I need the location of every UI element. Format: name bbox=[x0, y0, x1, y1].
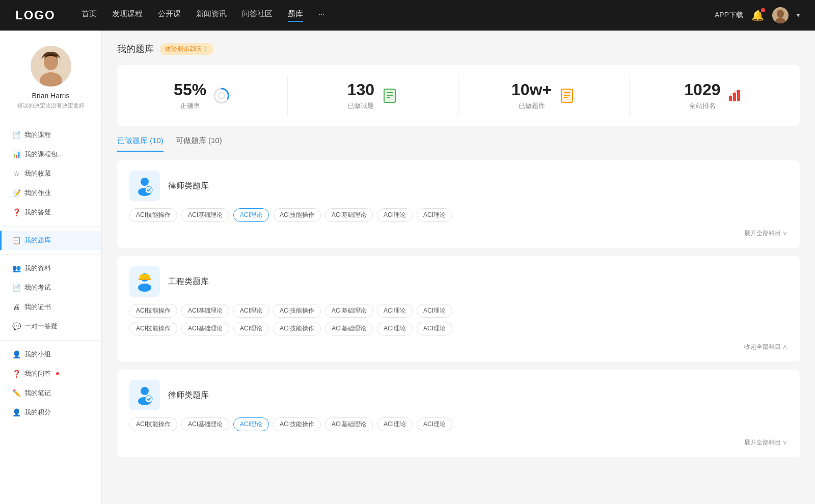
sidebar-item-questionbank[interactable]: 📋 我的题库 bbox=[0, 231, 101, 250]
tab-available[interactable]: 可做题库 (10) bbox=[176, 136, 222, 152]
notes-icon: ✏️ bbox=[12, 389, 20, 397]
tag-e-r2-2[interactable]: ACI理论 bbox=[233, 322, 269, 335]
tag-l2-0[interactable]: ACI技能操作 bbox=[129, 417, 177, 431]
sidebar-item-notes[interactable]: ✏️ 我的笔记 bbox=[0, 383, 101, 403]
nav-news[interactable]: 新闻资讯 bbox=[196, 9, 227, 22]
sidebar-label-profile: 我的资料 bbox=[24, 264, 51, 273]
user-avatar-nav[interactable] bbox=[772, 7, 789, 23]
bank-icon: 📋 bbox=[12, 236, 20, 244]
tag-l1-1[interactable]: ACI基础理论 bbox=[181, 208, 229, 222]
chat-icon: 💬 bbox=[12, 322, 20, 330]
logo[interactable]: LOGO bbox=[15, 8, 56, 22]
svg-point-21 bbox=[141, 178, 149, 186]
accuracy-label: 正确率 bbox=[174, 101, 206, 110]
lawyer-bank-icon-1 bbox=[129, 171, 160, 201]
sidebar-label-favorites: 我的收藏 bbox=[24, 169, 51, 178]
tag-l2-1[interactable]: ACI基础理论 bbox=[181, 417, 229, 431]
tag-l2-2[interactable]: ACI理论 bbox=[233, 417, 269, 431]
tag-l1-0[interactable]: ACI技能操作 bbox=[129, 208, 177, 222]
questions-label: 已做试题 bbox=[347, 101, 374, 110]
svg-point-1 bbox=[777, 10, 784, 18]
engineer-tags-row-2: ACI技能操作 ACI基础理论 ACI理论 ACI技能操作 ACI基础理论 AC… bbox=[129, 322, 787, 335]
tag-l1-6[interactable]: ACI理论 bbox=[417, 208, 452, 222]
sidebar-label-questionbank: 我的题库 bbox=[24, 236, 51, 245]
nav-home[interactable]: 首页 bbox=[82, 9, 97, 22]
tag-l2-3[interactable]: ACI技能操作 bbox=[273, 417, 321, 431]
avatar bbox=[31, 46, 71, 87]
sidebar-label-oneone: 一对一答疑 bbox=[24, 322, 58, 331]
tag-e-r2-0[interactable]: ACI技能操作 bbox=[129, 322, 177, 335]
app-download-btn[interactable]: APP下载 bbox=[715, 11, 743, 20]
notification-bell[interactable]: 🔔 bbox=[751, 9, 764, 21]
stats-bar: 55% 正确率 130 已做试题 bbox=[117, 65, 800, 126]
tag-l2-4[interactable]: ACI基础理论 bbox=[325, 417, 373, 431]
lawyer-tags-row-1: ACI技能操作 ACI基础理论 ACI理论 ACI技能操作 ACI基础理论 AC… bbox=[129, 208, 787, 222]
lawyer-bank-icon-2 bbox=[129, 380, 160, 410]
sidebar-item-group[interactable]: 👤 我的小组 bbox=[0, 345, 101, 364]
sidebar-item-oneone[interactable]: 💬 一对一答疑 bbox=[0, 317, 101, 336]
nav-qa[interactable]: 问答社区 bbox=[242, 9, 273, 22]
tag-l1-4[interactable]: ACI基础理论 bbox=[325, 208, 373, 222]
sidebar-label-qa: 我的答疑 bbox=[24, 208, 51, 217]
collapse-engineer[interactable]: 收起全部科目 ∧ bbox=[129, 340, 787, 351]
accuracy-value: 55% bbox=[174, 80, 206, 99]
tag-l1-2[interactable]: ACI理论 bbox=[233, 208, 269, 222]
bank-card-lawyer-2: 律师类题库 ACI技能操作 ACI基础理论 ACI理论 ACI技能操作 ACI基… bbox=[117, 370, 800, 457]
tag-e-r2-4[interactable]: ACI基础理论 bbox=[325, 322, 373, 335]
tag-l2-5[interactable]: ACI理论 bbox=[377, 417, 413, 431]
tag-e-r1-4[interactable]: ACI基础理论 bbox=[325, 304, 373, 318]
sidebar: Brian Harris 错误的决定比没有决定要好 📄 我的课程 📊 我的课程包… bbox=[0, 31, 102, 504]
nav-discover[interactable]: 发现课程 bbox=[112, 9, 143, 22]
sidebar-label-homework: 我的作业 bbox=[24, 188, 51, 198]
sidebar-item-exam[interactable]: 📄 我的考试 bbox=[0, 278, 101, 297]
bank-card-lawyer-1: 律师类题库 ACI技能操作 ACI基础理论 ACI理论 ACI技能操作 ACI基… bbox=[117, 160, 800, 248]
nav-more[interactable]: ··· bbox=[318, 9, 325, 22]
user-menu-chevron[interactable]: ▾ bbox=[797, 12, 800, 19]
page-title: 我的题库 bbox=[117, 43, 154, 55]
tag-e-r1-3[interactable]: ACI技能操作 bbox=[273, 304, 321, 318]
tag-l2-6[interactable]: ACI理论 bbox=[417, 417, 452, 431]
sidebar-item-courses[interactable]: 📄 我的课程 bbox=[0, 125, 101, 145]
sidebar-item-packages[interactable]: 📊 我的课程包... bbox=[0, 145, 101, 164]
points-icon: 👤 bbox=[12, 408, 20, 416]
expand-lawyer-1[interactable]: 展开全部科目 ∨ bbox=[129, 226, 787, 238]
tab-done[interactable]: 已做题库 (10) bbox=[117, 136, 164, 152]
banks-label: 已做题库 bbox=[511, 101, 552, 110]
tag-e-r2-3[interactable]: ACI技能操作 bbox=[273, 322, 321, 335]
rank-icon bbox=[726, 87, 745, 105]
engineer-tags-row-1: ACI技能操作 ACI基础理论 ACI理论 ACI技能操作 ACI基础理论 AC… bbox=[129, 304, 787, 318]
trial-badge: 体验剩余23天！ bbox=[160, 43, 213, 55]
stat-banks: 10w+ 已做题库 bbox=[459, 75, 630, 116]
tag-e-r2-1[interactable]: ACI基础理论 bbox=[181, 322, 229, 335]
banks-value: 10w+ bbox=[511, 80, 552, 99]
sidebar-item-profile[interactable]: 👥 我的资料 bbox=[0, 259, 101, 278]
tag-e-r2-6[interactable]: ACI理论 bbox=[417, 322, 452, 335]
tag-e-r1-6[interactable]: ACI理论 bbox=[417, 304, 452, 318]
sidebar-item-certificate[interactable]: 🖨 我的证书 bbox=[0, 297, 101, 317]
rank-value: 1029 bbox=[684, 80, 720, 99]
sidebar-label-packages: 我的课程包... bbox=[24, 150, 63, 159]
tag-l1-3[interactable]: ACI技能操作 bbox=[273, 208, 321, 222]
sidebar-item-qa[interactable]: ❓ 我的答疑 bbox=[0, 203, 101, 222]
nav-menu: 首页 发现课程 公开课 新闻资讯 问答社区 题库 ··· bbox=[82, 9, 715, 22]
myqa-badge bbox=[56, 372, 59, 375]
tag-e-r1-1[interactable]: ACI基础理论 bbox=[181, 304, 229, 318]
sidebar-item-favorites[interactable]: ☆ 我的收藏 bbox=[0, 164, 101, 183]
expand-lawyer-2[interactable]: 展开全部科目 ∨ bbox=[129, 435, 787, 447]
tag-e-r1-0[interactable]: ACI技能操作 bbox=[129, 304, 177, 318]
tag-e-r2-5[interactable]: ACI理论 bbox=[377, 322, 413, 335]
tag-l1-5[interactable]: ACI理论 bbox=[377, 208, 413, 222]
sidebar-item-homework[interactable]: 📝 我的作业 bbox=[0, 183, 101, 203]
sidebar-label-group: 我的小组 bbox=[24, 350, 51, 359]
stat-rank: 1029 全站排名 bbox=[630, 75, 800, 116]
group-icon: 👤 bbox=[12, 350, 20, 358]
sidebar-item-points[interactable]: 👤 我的积分 bbox=[0, 403, 101, 422]
engineer-bank-title: 工程类题库 bbox=[168, 276, 209, 287]
sidebar-item-myqa[interactable]: ❓ 我的问答 bbox=[0, 364, 101, 383]
star-icon: ☆ bbox=[12, 170, 20, 178]
nav-bank[interactable]: 题库 bbox=[288, 9, 303, 22]
tag-e-r1-5[interactable]: ACI理论 bbox=[377, 304, 413, 318]
tag-e-r1-2[interactable]: ACI理论 bbox=[233, 304, 269, 318]
accuracy-icon bbox=[212, 87, 231, 105]
nav-opencourse[interactable]: 公开课 bbox=[158, 9, 181, 22]
